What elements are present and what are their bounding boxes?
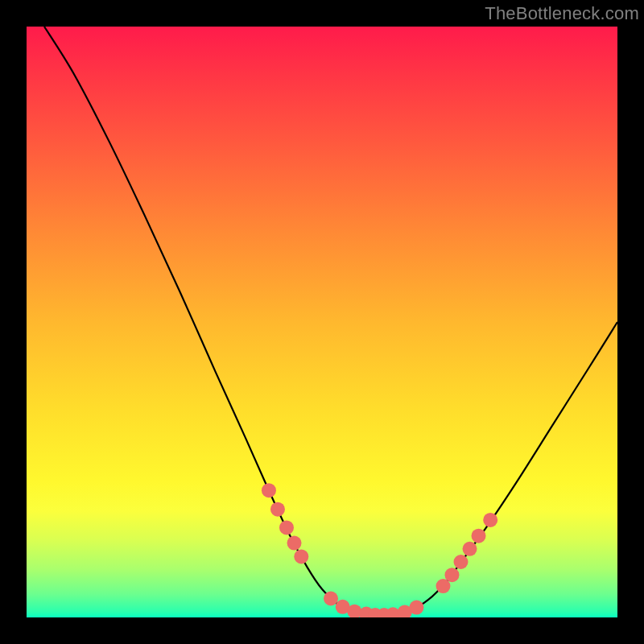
highlight-dot <box>324 592 338 606</box>
highlight-dot <box>463 542 477 556</box>
bottleneck-curve <box>44 27 617 615</box>
highlight-dot <box>483 513 497 527</box>
outer-frame: TheBottleneck.com <box>0 0 644 644</box>
highlight-dot <box>279 520 294 535</box>
highlight-dot <box>262 483 276 497</box>
highlight-dot <box>294 549 308 564</box>
highlight-dot <box>453 555 468 569</box>
chart-svg <box>27 27 617 617</box>
watermark-text: TheBottleneck.com <box>485 3 639 24</box>
highlight-dot <box>409 601 423 615</box>
highlight-dot <box>472 529 486 543</box>
highlight-dot <box>444 568 459 582</box>
highlight-dot <box>270 502 285 517</box>
plot-area <box>27 27 617 617</box>
highlight-dot <box>287 536 302 551</box>
